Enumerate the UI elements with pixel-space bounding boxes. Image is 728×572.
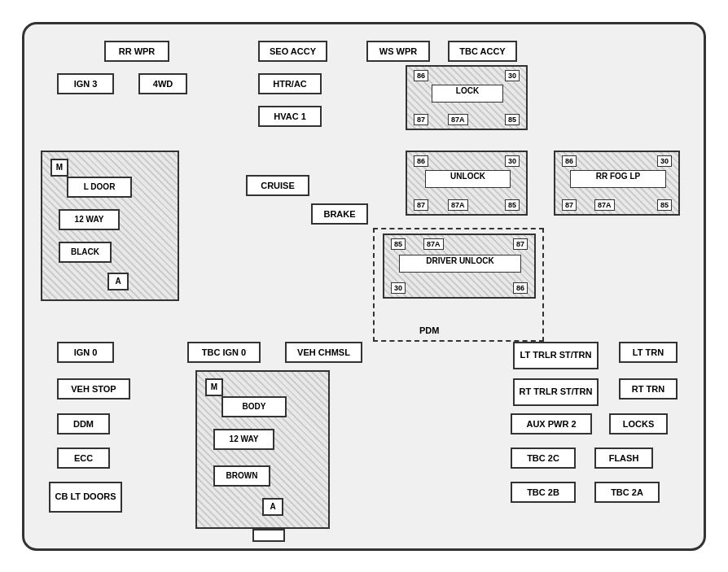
fuse-diagram: RR WPR SEO ACCY WS WPR TBC ACCY IGN 3 4W… [22, 22, 706, 551]
pdm-label: PDM [419, 325, 439, 335]
l-door-title: L DOOR [67, 177, 132, 198]
l-door-block: M L DOOR 12 WAY BLACK A [41, 151, 179, 301]
l-door-m: M [50, 159, 68, 177]
drv-unlock-pin-87: 87 [513, 238, 528, 250]
fuse-tbc-2a: TBC 2A [594, 482, 660, 503]
lock-relay-name: LOCK [432, 85, 503, 103]
fuse-lt-trlr-st-trn: LT TRLR ST/TRN [513, 342, 599, 369]
body-brown: BROWN [213, 465, 270, 487]
unlock-relay-block: 86 30 UNLOCK 87 87A 85 [406, 151, 528, 216]
fuse-4wd: 4WD [138, 73, 187, 94]
fuse-veh-stop: VEH STOP [57, 378, 130, 400]
drv-unlock-relay-name: DRIVER UNLOCK [399, 255, 521, 273]
rr-fog-pin-30: 30 [657, 155, 672, 167]
fuse-cb-lt-doors: CB LT DOORS [49, 482, 122, 513]
body-title: BODY [221, 396, 287, 417]
fuse-flash: FLASH [594, 448, 653, 469]
l-door-12way: 12 WAY [59, 209, 120, 230]
fuse-ws-wpr: WS WPR [366, 41, 430, 62]
l-door-black: BLACK [59, 242, 112, 263]
unlock-pin-30: 30 [505, 155, 520, 167]
rr-fog-pin-86: 86 [562, 155, 577, 167]
unlock-pin-85: 85 [505, 199, 520, 211]
unlock-relay-name: UNLOCK [425, 170, 511, 188]
fuse-tbc-2c: TBC 2C [511, 448, 576, 469]
rr-fog-lp-relay-block: 86 30 RR FOG LP 87 87A 85 [554, 151, 680, 216]
fuse-seo-accy: SEO ACCY [258, 41, 327, 62]
fuse-aux-pwr2: AUX PWR 2 [511, 413, 592, 434]
unlock-pin-87: 87 [414, 199, 428, 211]
rr-fog-pin-85: 85 [657, 199, 672, 211]
fuse-htr-ac: HTR/AC [258, 73, 322, 94]
drv-unlock-pin-85: 85 [391, 238, 406, 250]
fuse-rt-trn: RT TRN [619, 378, 678, 400]
lock-pin-86: 86 [414, 70, 428, 81]
drv-unlock-pin-87a: 87A [423, 238, 444, 250]
fuse-ign3: IGN 3 [57, 73, 114, 94]
unlock-pin-86: 86 [414, 155, 428, 167]
pdm-block: 85 87A 87 DRIVER UNLOCK 30 86 PDM [373, 228, 544, 342]
fuse-hvac1: HVAC 1 [258, 106, 322, 127]
unlock-pin-87a: 87A [448, 199, 468, 211]
rr-fog-pin-87: 87 [562, 199, 577, 211]
lock-pin-87: 87 [414, 114, 428, 125]
rr-fog-pin-87a: 87A [594, 199, 615, 211]
fuse-brake: BRAKE [311, 203, 368, 225]
l-door-a: A [107, 273, 129, 290]
body-m: M [205, 378, 223, 396]
drv-unlock-pin-86: 86 [513, 282, 528, 294]
rr-fog-relay-name: RR FOG LP [570, 170, 666, 188]
lock-pin-30: 30 [505, 70, 520, 81]
fuse-locks: LOCKS [609, 413, 668, 434]
body-connector [252, 529, 285, 542]
drv-unlock-pin-30: 30 [391, 282, 406, 294]
body-block: M BODY 12 WAY BROWN A [195, 370, 330, 529]
lock-pin-87a: 87A [448, 114, 468, 125]
fuse-lt-trn: LT TRN [619, 342, 678, 363]
body-12way: 12 WAY [213, 429, 274, 450]
lock-pin-85: 85 [505, 114, 520, 125]
fuse-ddm: DDM [57, 413, 110, 434]
fuse-tbc-2b: TBC 2B [511, 482, 576, 503]
fuse-cruise: CRUISE [246, 175, 309, 196]
fuse-ign0: IGN 0 [57, 342, 114, 363]
fuse-tbc-accy: TBC ACCY [448, 41, 517, 62]
fuse-tbc-ign0: TBC IGN 0 [187, 342, 261, 363]
fuse-veh-chmsl: VEH CHMSL [285, 342, 362, 363]
fuse-ecc: ECC [57, 448, 110, 469]
fuse-rr-wpr: RR WPR [104, 41, 169, 62]
fuse-rt-trlr-st-trn: RT TRLR ST/TRN [513, 378, 599, 406]
driver-unlock-relay-block: 85 87A 87 DRIVER UNLOCK 30 86 [383, 234, 536, 299]
lock-relay-block: 86 30 LOCK 87 87A 85 [406, 65, 528, 130]
body-a: A [262, 498, 283, 516]
